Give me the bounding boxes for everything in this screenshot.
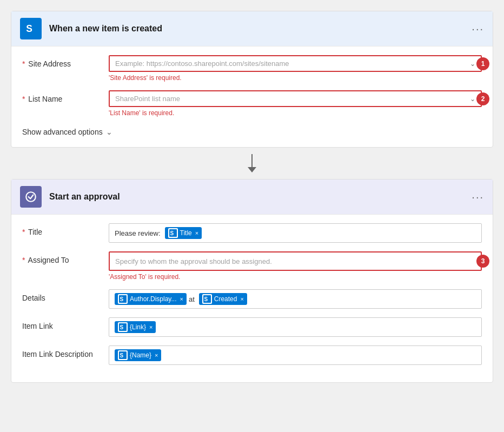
list-name-chevron-icon: ⌄ (470, 95, 475, 103)
item-link-description-token[interactable]: S {Name} × (115, 349, 161, 361)
list-name-field: SharePoint list name ⌄ 2 'List Name' is … (109, 90, 482, 117)
site-address-input-wrapper: Example: https://contoso.sharepoint.com/… (109, 55, 482, 72)
trigger-card: S When a new item is created ··· * Site … (11, 11, 493, 148)
details-row: Details S Author.Display... × at (22, 289, 482, 309)
item-link-description-token-icon: S (118, 350, 128, 360)
item-link-description-field: S {Name} × (109, 345, 482, 365)
approval-card-menu[interactable]: ··· (472, 191, 484, 203)
trigger-card-body: * Site Address Example: https://contoso.… (11, 46, 493, 147)
details-token2-label: Created (214, 295, 237, 303)
site-address-label: * Site Address (22, 55, 109, 68)
title-token-close[interactable]: × (195, 230, 198, 236)
list-name-step-badge: 2 (476, 92, 489, 105)
details-input[interactable]: S Author.Display... × at S (109, 289, 482, 309)
approval-card-icon (20, 186, 42, 208)
assigned-to-required-star: * (22, 256, 25, 264)
title-token-label: Title (180, 229, 192, 237)
item-link-token-label: {Link} (130, 323, 146, 331)
sharepoint-trigger-icon: S (20, 18, 42, 39)
item-link-token-close[interactable]: × (149, 324, 152, 330)
approval-card-title: Start an approval (49, 192, 472, 202)
details-separator: at (189, 295, 195, 303)
arrow-shaft (251, 154, 253, 167)
title-prefix-text: Please review: (115, 229, 161, 237)
details-token1[interactable]: S Author.Display... × (115, 293, 187, 305)
assigned-to-label: * Assigned To (22, 251, 109, 264)
list-name-placeholder: SharePoint list name (115, 95, 466, 103)
title-label: * Title (22, 223, 109, 236)
item-link-label: Item Link (22, 317, 109, 330)
item-link-description-input[interactable]: S {Name} × (109, 345, 482, 365)
svg-text:S: S (204, 296, 208, 302)
trigger-card-menu[interactable]: ··· (472, 23, 484, 35)
list-name-input[interactable]: SharePoint list name ⌄ (109, 90, 482, 107)
advanced-options-toggle[interactable]: Show advanced options ⌄ (22, 125, 482, 138)
list-name-input-wrapper: SharePoint list name ⌄ 2 (109, 90, 482, 107)
site-address-row: * Site Address Example: https://contoso.… (22, 55, 482, 82)
approval-card-header: Start an approval ··· (11, 180, 493, 215)
details-token1-label: Author.Display... (130, 295, 176, 303)
item-link-field: S {Link} × (109, 317, 482, 337)
item-link-description-label: Item Link Description (22, 345, 109, 358)
title-token[interactable]: S Title × (165, 227, 202, 239)
connector-arrow (11, 148, 493, 179)
svg-text:S: S (120, 324, 124, 330)
advanced-options-chevron-icon: ⌄ (106, 128, 112, 136)
site-address-field: Example: https://contoso.sharepoint.com/… (109, 55, 482, 82)
list-name-row: * List Name SharePoint list name ⌄ 2 'Li… (22, 90, 482, 117)
approval-card-body: * Title Please review: S Title × (11, 215, 493, 382)
item-link-row: Item Link S {Link} × (22, 317, 482, 337)
details-token2[interactable]: S Created × (199, 293, 247, 305)
trigger-card-header: S When a new item is created ··· (11, 11, 493, 46)
site-address-placeholder: Example: https://contoso.sharepoint.com/… (115, 59, 466, 68)
site-address-step-badge: 1 (476, 57, 489, 70)
title-row: * Title Please review: S Title × (22, 223, 482, 243)
assigned-to-input[interactable]: Specify to whom the approval should be a… (109, 251, 482, 271)
approval-card: Start an approval ··· * Title Please rev… (11, 179, 493, 383)
assigned-to-input-wrapper: Specify to whom the approval should be a… (109, 251, 482, 271)
item-link-token-icon: S (118, 322, 128, 332)
site-address-error: 'Site Address' is required. (109, 74, 482, 82)
assigned-to-placeholder: Specify to whom the approval should be a… (115, 257, 272, 265)
trigger-card-title: When a new item is created (49, 24, 472, 34)
svg-text:S: S (120, 353, 124, 358)
details-field: S Author.Display... × at S (109, 289, 482, 309)
item-link-description-token-close[interactable]: × (155, 352, 158, 358)
advanced-options-label: Show advanced options (22, 128, 103, 136)
site-address-chevron-icon: ⌄ (470, 60, 475, 68)
arrow-line (248, 154, 256, 172)
title-field: Please review: S Title × (109, 223, 482, 243)
details-token2-icon: S (202, 294, 212, 304)
assigned-to-error: 'Assigned To' is required. (109, 273, 482, 281)
item-link-input[interactable]: S {Link} × (109, 317, 482, 337)
list-name-label: * List Name (22, 90, 109, 103)
svg-text:S: S (120, 296, 124, 302)
assigned-to-step-badge: 3 (476, 255, 489, 268)
details-token2-close[interactable]: × (240, 296, 243, 302)
item-link-description-row: Item Link Description S {Name} × (22, 345, 482, 365)
site-address-required-star: * (22, 59, 25, 68)
details-label: Details (22, 289, 109, 302)
svg-text:S: S (26, 23, 32, 34)
item-link-description-token-label: {Name} (130, 351, 151, 359)
title-token-icon: S (168, 228, 178, 238)
svg-text:S: S (170, 230, 174, 236)
details-token1-close[interactable]: × (180, 296, 183, 302)
arrow-head (248, 167, 256, 172)
item-link-token[interactable]: S {Link} × (115, 321, 156, 333)
assigned-to-row: * Assigned To Specify to whom the approv… (22, 251, 482, 281)
details-token1-icon: S (118, 294, 128, 304)
site-address-input[interactable]: Example: https://contoso.sharepoint.com/… (109, 55, 482, 72)
title-input[interactable]: Please review: S Title × (109, 223, 482, 243)
list-name-error: 'List Name' is required. (109, 109, 482, 117)
assigned-to-field: Specify to whom the approval should be a… (109, 251, 482, 281)
title-required-star: * (22, 228, 25, 236)
list-name-required-star: * (22, 95, 25, 103)
